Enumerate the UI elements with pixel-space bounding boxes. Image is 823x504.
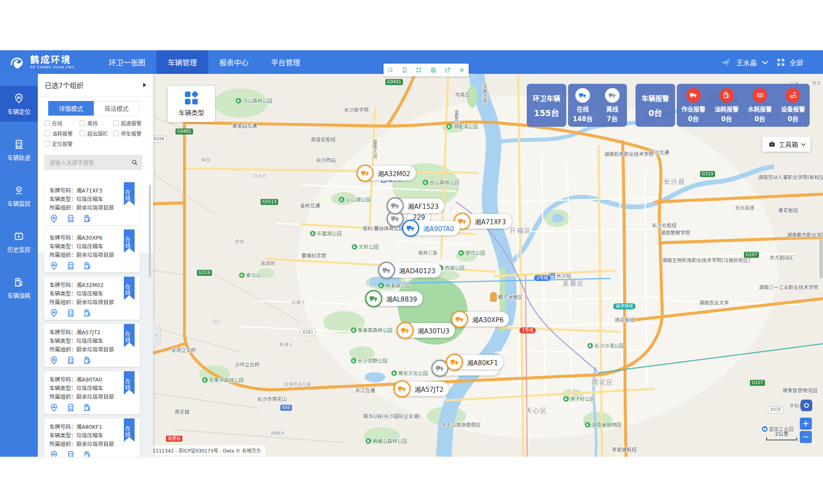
vehicle-marker[interactable]: 湘AF1523: [388, 199, 444, 213]
expand-arrow-icon[interactable]: [143, 83, 146, 87]
fuel-action-icon[interactable]: [83, 450, 92, 457]
locate-action-icon[interactable]: [49, 356, 58, 365]
poi-icon: [391, 370, 397, 376]
vehicle-card[interactable]: 在线 车牌号码：湘A30XP6 车辆类型：垃圾压缩车 所属组织：厨余垃圾项目部: [44, 229, 140, 272]
filter-checkbox[interactable]: 油耗报警: [44, 130, 80, 137]
vehicle-marker[interactable]: 湘A32M02: [358, 166, 416, 180]
vehicle-marker[interactable]: 湘A57JT2: [395, 382, 449, 396]
panel-scrollbar[interactable]: [149, 185, 151, 277]
save-icon[interactable]: [427, 64, 441, 76]
map-poi-label: 含浦街道瓦屋: [284, 381, 311, 387]
tab-detail-mode[interactable]: 详情模式: [48, 101, 94, 116]
nav-menu-item[interactable]: 平台管理: [260, 50, 311, 74]
vehicle-card[interactable]: 在线 车牌号码：湘A71XF3 车辆类型：垃圾压缩车 所属组织：厨余垃圾项目部: [44, 182, 140, 225]
vehicle-marker[interactable]: 湘A30TU3: [398, 323, 455, 338]
checkbox-icon[interactable]: [44, 120, 50, 126]
export-icon[interactable]: [441, 64, 455, 76]
vehicle-card[interactable]: 在线 车牌号码：湘A57JT2 车辆类型：垃圾压缩车 所属组织：厨余垃圾项目部: [44, 324, 140, 367]
filter-checkbox[interactable]: 超出围栏: [80, 130, 113, 137]
poi-icon: [352, 244, 357, 250]
vehicle-marker[interactable]: 湘A80KF1: [447, 355, 504, 370]
checkbox-icon[interactable]: [44, 141, 50, 147]
tab-simple-mode[interactable]: 简洁模式: [94, 101, 139, 116]
filter-checkbox[interactable]: 超速报警: [113, 119, 147, 127]
sidebar-item-vehicle-track[interactable]: 车辆轨迹: [0, 132, 38, 168]
checkbox-icon[interactable]: [113, 120, 119, 126]
filter-checkbox[interactable]: 定位报警: [44, 140, 80, 147]
map-poi-label: 谷山森林公园: [423, 179, 459, 186]
fuel-action-icon[interactable]: [83, 214, 92, 223]
locate-action-icon[interactable]: [49, 309, 58, 318]
area-search-icon[interactable]: [384, 64, 398, 76]
poi-icon: [351, 358, 356, 363]
search-icon[interactable]: [131, 159, 138, 166]
checkbox-icon[interactable]: [80, 120, 85, 126]
map-toolbar: [384, 64, 469, 76]
sidebar-item-vehicle-locate[interactable]: 车辆定位: [0, 86, 38, 122]
map-poi-label: 乐喜湖公园: [310, 230, 342, 237]
track-action-icon[interactable]: [66, 356, 75, 365]
vehicle-marker[interactable]: 湘A30XP6: [452, 312, 509, 327]
zoom-in-button[interactable]: +: [800, 418, 812, 430]
settings-icon[interactable]: [455, 64, 469, 76]
fullscreen-label[interactable]: 全屏: [789, 57, 803, 67]
user-name[interactable]: 王水晶: [736, 57, 757, 67]
track-action-icon[interactable]: [66, 309, 75, 318]
map-poi-label: 象鼻窝森林公园: [351, 327, 393, 333]
toolbox-button[interactable]: 工具箱: [762, 137, 811, 152]
road-shield-badge: S50: [280, 405, 292, 411]
vehicle-card[interactable]: 在线 车牌号码：湘A32M02 车辆类型：垃圾压缩车 所属组织：厨余垃圾项目部: [44, 277, 140, 320]
track-action-icon[interactable]: [66, 261, 75, 270]
checkbox-icon[interactable]: [80, 131, 85, 136]
fuel-action-icon[interactable]: [83, 356, 92, 365]
vehicle-marker[interactable]: 湘AL8839: [366, 291, 423, 306]
zoom-out-button[interactable]: −: [800, 431, 812, 443]
locate-button[interactable]: [801, 400, 812, 411]
fuel-action-icon[interactable]: [83, 261, 92, 270]
nav-menu-item[interactable]: 环卫一张图: [98, 50, 157, 74]
plate-value: 湘A71XF3: [77, 186, 103, 195]
offline-label: 离线: [606, 104, 618, 113]
search-input[interactable]: [44, 159, 131, 166]
fullscreen-icon[interactable]: [777, 58, 785, 67]
expand-icon[interactable]: [412, 64, 426, 76]
map-canvas[interactable]: 智源小镇乌山森林公园长沙医学院黄金园互通月亮岛银星湾公园观音岩枢纽长沙西站麻园简…: [38, 74, 823, 457]
road-shield-badge: G107: [750, 380, 765, 386]
org-selector[interactable]: 已选7个组织: [38, 74, 153, 97]
truck-status-icon: [396, 322, 414, 339]
vehicle-card[interactable]: 在线 车牌号码：湘A80KF1 车辆类型：垃圾压缩车 所属组织：厨余垃圾项目部: [44, 418, 140, 457]
page-scrollbar[interactable]: [820, 239, 823, 278]
locate-action-icon[interactable]: [49, 403, 58, 412]
fuel-action-icon[interactable]: [83, 403, 92, 412]
nav-menu-item[interactable]: 报表中心: [208, 50, 260, 74]
track-action-icon[interactable]: [66, 403, 75, 412]
fuel-action-icon[interactable]: [83, 309, 92, 318]
chevron-down-icon[interactable]: [762, 58, 768, 64]
filter-checkbox[interactable]: 在线: [44, 119, 80, 127]
checkbox-icon[interactable]: [44, 131, 50, 136]
vehicle-marker[interactable]: 湘A71XF3: [455, 214, 512, 229]
mobile-icon[interactable]: [398, 64, 412, 76]
map-poi-label: 石壕下: [292, 299, 305, 305]
track-action-icon[interactable]: [66, 450, 75, 457]
vehicle-marker[interactable]: 湘AD40123: [379, 263, 441, 278]
vehicle-card[interactable]: 在线 车牌号码：湘A90TA0 车辆类型：垃圾压缩车 所属组织：厨余垃圾项目部: [44, 371, 140, 414]
vehicle-marker[interactable]: 湘A90TA0: [403, 221, 460, 235]
track-action-icon[interactable]: [66, 214, 75, 223]
locate-action-icon[interactable]: [49, 214, 58, 223]
sidebar-item-vehicle-fuel[interactable]: 车辆油耗: [0, 270, 38, 305]
sidebar-item-history-video[interactable]: 历史监控: [0, 224, 38, 260]
sidebar-item-vehicle-camera[interactable]: 车辆监控: [0, 178, 38, 214]
locate-action-icon[interactable]: [49, 450, 58, 457]
map-poi-label: 雷锋纪念馆: [301, 252, 326, 259]
checkbox-icon[interactable]: [113, 131, 119, 136]
app-title: 鹤成环境: [30, 55, 75, 65]
vehicle-type-button[interactable]: 车辆类型: [168, 86, 215, 122]
filter-checkbox[interactable]: 停车报警: [113, 130, 147, 137]
filter-checkbox[interactable]: 离线: [80, 119, 113, 127]
road-shield-badge: X096: [151, 136, 167, 143]
panel-collapse-handle[interactable]: ‹: [153, 325, 160, 345]
user-avatar[interactable]: [720, 56, 732, 68]
nav-menu-item[interactable]: 车辆管理: [157, 50, 208, 74]
locate-action-icon[interactable]: [49, 261, 58, 270]
